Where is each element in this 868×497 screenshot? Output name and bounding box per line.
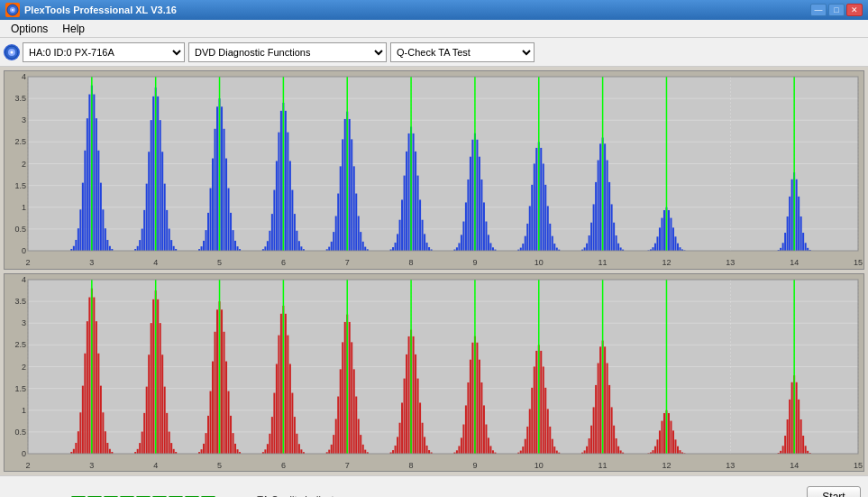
bottom-chart-canvas: [5, 274, 863, 472]
close-button[interactable]: ✕: [846, 4, 863, 16]
function-select[interactable]: DVD Diagnostic Functions: [188, 42, 387, 62]
ta-quality-label: TA Quality Indicator:: [257, 494, 345, 498]
bottom-chart: [4, 273, 864, 473]
menu-options[interactable]: Options: [4, 21, 55, 37]
svg-point-2: [12, 9, 14, 11]
top-chart: [4, 70, 864, 270]
title-controls[interactable]: — □ ✕: [810, 4, 863, 16]
bottom-panel: Jitter: 5 Peak Shift: 5 TA Quality Indic…: [0, 475, 868, 497]
device-selector-group: HA:0 ID:0 PX-716A: [4, 42, 185, 62]
test-select[interactable]: Q-Check TA Test: [390, 42, 535, 62]
title-bar: PlexTools Professional XL V3.16 — □ ✕: [0, 0, 868, 20]
top-chart-canvas: [5, 71, 863, 269]
title-left: PlexTools Professional XL V3.16: [5, 3, 177, 17]
action-buttons: Start i: [807, 486, 861, 498]
toolbar: HA:0 ID:0 PX-716A DVD Diagnostic Functio…: [0, 38, 868, 67]
ta-quality-column: TA Quality Indicator: Excellent: [257, 494, 345, 498]
app-title: PlexTools Professional XL V3.16: [24, 5, 177, 15]
app-icon: [5, 3, 20, 17]
device-select[interactable]: HA:0 ID:0 PX-716A: [23, 42, 185, 62]
main-content: [0, 67, 868, 475]
device-icon: [4, 44, 20, 60]
start-button[interactable]: Start: [807, 486, 861, 498]
menu-bar: Options Help: [0, 20, 868, 38]
minimize-button[interactable]: —: [810, 4, 827, 16]
svg-point-5: [11, 51, 14, 53]
menu-help[interactable]: Help: [55, 21, 92, 37]
maximize-button[interactable]: □: [828, 4, 845, 16]
